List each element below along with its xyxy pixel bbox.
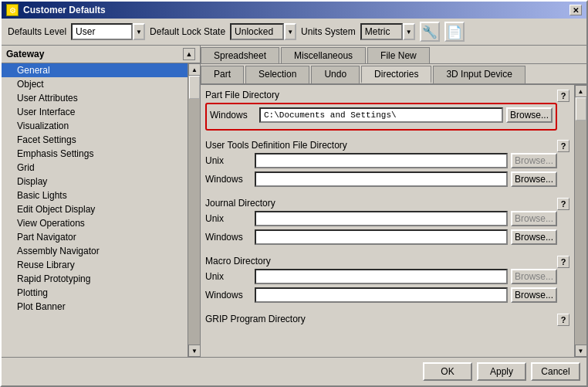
macro-windows-browse[interactable]: Browse... [511,287,557,303]
sidebar-item-grid[interactable]: Grid [2,161,188,175]
sidebar-item-visualization[interactable]: Visualization [2,119,188,133]
sidebar-item-emphasis-settings[interactable]: Emphasis Settings [2,147,188,161]
ok-button[interactable]: OK [423,362,472,381]
tab-part[interactable]: Part [201,66,244,83]
journal-unix-browse[interactable]: Browse... [511,211,557,226]
macro-content: Macro Directory Unix Browse... Windows [205,256,557,306]
defaults-level-combo[interactable]: ▼ [71,23,145,40]
user-tools-windows-label: Windows [205,174,252,185]
lock-state-combo[interactable]: Unlocked ▼ [230,23,296,40]
units-system-arrow[interactable]: ▼ [403,23,415,40]
macro-unix-label: Unix [205,271,252,282]
lock-state-arrow[interactable]: ▼ [284,23,296,40]
journal-unix-row: Unix Browse... [205,211,557,226]
sidebar-item-user-interface[interactable]: User Interface [2,105,188,119]
close-button[interactable]: ✕ [569,5,582,15]
journal-unix-input[interactable] [255,211,508,226]
user-tools-content: User Tools Definition File Directory Uni… [205,140,557,190]
journal-section-row: Journal Directory Unix Browse... Windows [205,198,569,248]
sidebar-item-reuse-library[interactable]: Reuse Library [2,258,188,272]
sidebar-item-part-navigator[interactable]: Part Navigator [2,230,188,244]
journal-windows-input[interactable] [255,229,508,245]
apply-button[interactable]: Apply [477,362,526,381]
customer-defaults-window: ⚙ Customer Defaults ✕ Defaults Level ▼ D… [0,0,588,387]
journal-windows-row: Windows Browse... [205,229,557,245]
defaults-level-label: Defaults Level [8,26,66,37]
sidebar-scroll-thumb[interactable] [189,76,200,99]
sidebar-scroll-track[interactable] [188,76,200,345]
user-tools-unix-label: Unix [205,155,252,166]
sidebar-item-general[interactable]: General [2,63,188,77]
journal-windows-label: Windows [205,232,252,243]
tab-miscellaneous[interactable]: Miscellaneous [281,47,366,63]
journal-windows-browse[interactable]: Browse... [511,229,557,245]
tab-selection[interactable]: Selection [245,66,309,83]
user-tools-unix-browse[interactable]: Browse... [511,153,557,168]
bottom-bar: OK Apply Cancel [2,357,586,385]
part-file-directory-section: Part File Directory Windows Browse... [205,90,569,132]
units-system-combo[interactable]: Metric ▼ [360,23,415,40]
content-with-scroll: Part File Directory Windows Browse... [201,85,586,357]
part-file-label: Part File Directory [205,90,557,100]
journal-help-icon[interactable]: ? [557,198,569,210]
macro-help-icon[interactable]: ? [557,256,569,268]
sidebar-item-facet-settings[interactable]: Facet Settings [2,133,188,147]
user-tools-windows-row: Windows Browse... [205,171,557,187]
tab-spreadsheet[interactable]: Spreadsheet [201,47,279,63]
window-icon: ⚙ [6,4,19,16]
content-scroll-track[interactable] [575,97,586,345]
right-panel: Spreadsheet Miscellaneous File New Part … [201,46,586,357]
sidebar-item-object[interactable]: Object [2,77,188,91]
content-scroll-up[interactable]: ▲ [575,85,587,97]
sidebar-item-display[interactable]: Display [2,175,188,188]
sidebar-item-rapid-prototyping[interactable]: Rapid Prototyping [2,272,188,286]
tab-3d-input-device[interactable]: 3D Input Device [433,66,525,83]
sidebar-container: General Object User Attributes User Inte… [2,63,200,357]
macro-windows-input[interactable] [255,287,508,303]
macro-section-row: Macro Directory Unix Browse... Windows [205,256,569,306]
part-file-browse-button[interactable]: Browse... [506,107,553,123]
tab-file-new[interactable]: File New [367,47,430,63]
user-tools-section: User Tools Definition File Directory Uni… [205,140,569,190]
user-tools-help-icon[interactable]: ? [557,140,569,152]
sidebar-item-plot-banner[interactable]: Plot Banner [2,300,188,314]
sidebar-scroll-down-btn[interactable]: ▼ [188,345,200,357]
main-content: Gateway ▲ General Object User Attributes… [2,46,586,357]
sidebar-item-basic-lights[interactable]: Basic Lights [2,188,188,202]
part-file-windows-input[interactable] [259,107,503,123]
lock-state-value: Unlocked [230,23,284,40]
user-tools-windows-input[interactable] [255,171,508,187]
cancel-button[interactable]: Cancel [531,362,580,381]
defaults-level-arrow[interactable]: ▼ [133,23,145,40]
sidebar-item-assembly-navigator[interactable]: Assembly Navigator [2,244,188,258]
sidebar-scroll-up[interactable]: ▲ [183,48,195,60]
icon-button-2[interactable]: 📄 [444,22,465,42]
sidebar-header-text: Gateway [6,49,44,59]
defaults-level-input[interactable] [71,23,133,40]
right-scrollbar: ▲ ▼ [574,85,586,357]
sidebar-scroll-up-btn[interactable]: ▲ [188,63,200,76]
sidebar-scrollbar: ▲ ▼ [188,63,200,357]
highlighted-windows-row: Windows Browse... [205,103,557,131]
macro-section: Macro Directory Unix Browse... Windows [205,256,569,306]
macro-unix-input[interactable] [255,269,508,284]
grip-help-icon[interactable]: ? [557,314,569,326]
part-file-help-icon[interactable]: ? [557,90,569,102]
macro-windows-row: Windows Browse... [205,287,557,303]
sidebar-item-user-attributes[interactable]: User Attributes [2,91,188,105]
grip-content: GRIP Program Directory [205,314,557,327]
user-tools-unix-input[interactable] [255,153,508,168]
content-scroll-thumb[interactable] [576,97,586,121]
tab-undo[interactable]: Undo [311,66,360,83]
sidebar-item-plotting[interactable]: Plotting [2,286,188,300]
sidebar-header: Gateway ▲ [2,46,200,63]
tab-directories[interactable]: Directories [361,66,431,83]
sidebar-item-edit-object-display[interactable]: Edit Object Display [2,202,188,216]
sidebar-item-view-operations[interactable]: View Operations [2,216,188,230]
user-tools-windows-browse[interactable]: Browse... [511,171,557,187]
grip-section-row: GRIP Program Directory ? [205,314,569,327]
icon-button-1[interactable]: 🔧 [420,22,440,42]
content-scroll-down[interactable]: ▼ [575,345,587,357]
user-tools-unix-row: Unix Browse... [205,153,557,168]
macro-unix-browse[interactable]: Browse... [511,269,557,284]
